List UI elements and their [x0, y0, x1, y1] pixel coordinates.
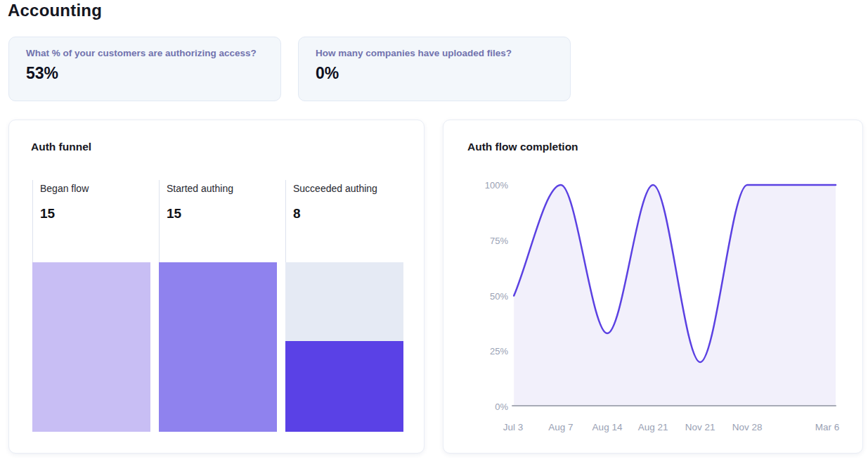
- auth-flow-completion-title: Auth flow completion: [467, 141, 578, 153]
- x-axis-tick: Nov 21: [685, 422, 715, 433]
- funnel-column-succeeded-authing: Succeeded authing 8: [285, 180, 412, 432]
- x-axis-tick: Aug 7: [548, 422, 573, 433]
- auth-funnel-title: Auth funnel: [31, 141, 91, 153]
- y-axis-tick: 0%: [458, 402, 508, 413]
- accounting-dashboard: Accounting What % of your customers are …: [0, 0, 868, 462]
- funnel-columns: Began flow 15 Started authing 15 Succeed…: [32, 180, 412, 432]
- funnel-bar: [159, 262, 277, 432]
- y-axis-tick: 50%: [458, 291, 508, 302]
- x-axis-tick: Nov 28: [732, 422, 763, 433]
- funnel-column-label: Started authing: [167, 183, 285, 194]
- funnel-bar-fill: [159, 262, 277, 432]
- funnel-column-label: Succeeded authing: [293, 183, 412, 194]
- y-axis-tick: 25%: [458, 346, 508, 357]
- area-chart-fill: [514, 185, 836, 406]
- funnel-column-label: Began flow: [40, 183, 159, 194]
- stat-card-uploaded-files: How many companies have uploaded files? …: [298, 37, 571, 101]
- funnel-column-started-authing: Started authing 15: [159, 180, 285, 432]
- stat-question: What % of your customers are authorizing…: [26, 48, 264, 58]
- x-axis-tick: Aug 21: [638, 422, 668, 433]
- page-title: Accounting: [8, 1, 102, 20]
- auth-flow-completion-card: Auth flow completion 100%75%50%25%0%Jul …: [443, 120, 863, 454]
- x-axis-tick: Aug 14: [592, 422, 623, 433]
- funnel-column-value: 15: [40, 206, 159, 222]
- x-axis-tick: Jul 3: [503, 422, 524, 433]
- stat-value: 53%: [26, 64, 264, 83]
- x-axis-tick: Mar 6: [815, 422, 840, 433]
- funnel-column-value: 15: [167, 206, 285, 222]
- auth-funnel-card: Auth funnel Began flow 15 Started authin…: [8, 120, 425, 454]
- y-axis-tick: 75%: [458, 236, 508, 247]
- funnel-column-began-flow: Began flow 15: [32, 180, 159, 432]
- funnel-column-value: 8: [293, 206, 412, 222]
- stat-question: How many companies have uploaded files?: [316, 48, 553, 58]
- area-chart: [513, 185, 836, 406]
- stat-card-authorizing-access: What % of your customers are authorizing…: [8, 37, 281, 101]
- y-axis-tick: 100%: [458, 180, 508, 191]
- funnel-bar: [285, 262, 403, 432]
- funnel-bar-fill: [285, 341, 403, 432]
- funnel-bar-fill: [32, 262, 150, 432]
- x-axis-line: [512, 405, 836, 406]
- funnel-bar-track: [285, 262, 403, 341]
- stat-value: 0%: [316, 64, 553, 83]
- funnel-bar: [32, 262, 150, 432]
